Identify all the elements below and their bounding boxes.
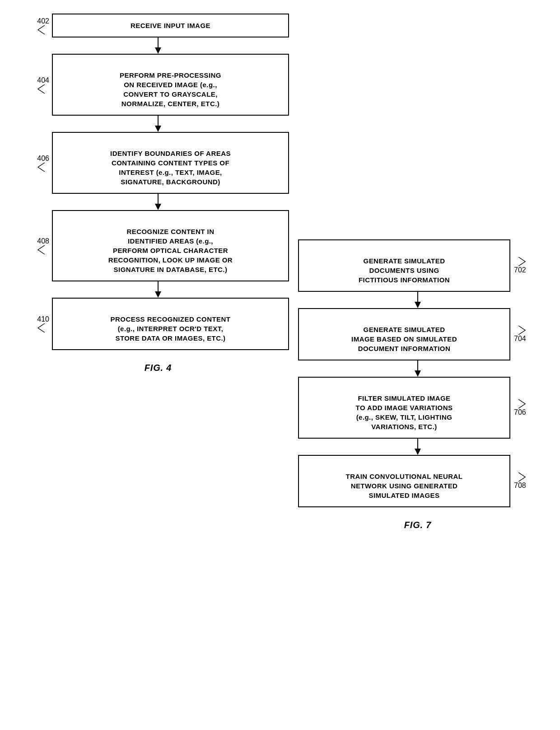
step-410-label: 410 bbox=[27, 298, 52, 350]
svg-marker-3 bbox=[155, 126, 161, 132]
step-402-row: 402 RECEIVE INPUT IMAGE bbox=[27, 14, 289, 37]
svg-marker-7 bbox=[155, 291, 161, 298]
step-402-content: RECEIVE INPUT IMAGE bbox=[52, 14, 289, 37]
svg-marker-11 bbox=[415, 370, 421, 377]
step-706-content: FILTER SIMULATED IMAGE TO ADD IMAGE VARI… bbox=[298, 377, 510, 439]
bracket-708 bbox=[514, 473, 527, 482]
bracket-702 bbox=[514, 257, 527, 266]
page-container: 402 RECEIVE INPUT IMAGE 404 bbox=[0, 0, 560, 730]
bracket-402 bbox=[36, 25, 49, 34]
step-408-label: 408 bbox=[27, 210, 52, 281]
step-404-label: 404 bbox=[27, 54, 52, 116]
bracket-704 bbox=[514, 326, 527, 335]
arrow-408-410 bbox=[27, 281, 289, 298]
step-702-label-col: 702 bbox=[510, 239, 537, 292]
step-704-row: GENERATE SIMULATED IMAGE BASED ON SIMULA… bbox=[298, 308, 537, 360]
step-410-content: PROCESS RECOGNIZED CONTENT (e.g., INTERP… bbox=[52, 298, 289, 350]
step-706-box: FILTER SIMULATED IMAGE TO ADD IMAGE VARI… bbox=[298, 377, 510, 439]
bracket-410 bbox=[36, 323, 49, 332]
step-402-label: 402 bbox=[27, 14, 52, 37]
bracket-408 bbox=[36, 245, 49, 254]
step-408-box: RECOGNIZE CONTENT IN IDENTIFIED AREAS (e… bbox=[52, 210, 289, 281]
svg-marker-5 bbox=[155, 204, 161, 210]
step-404-content: PERFORM PRE-PROCESSING ON RECEIVED IMAGE… bbox=[52, 54, 289, 116]
fig7-diagram: GENERATE SIMULATED DOCUMENTS USING FICTI… bbox=[298, 239, 537, 530]
svg-marker-13 bbox=[415, 449, 421, 455]
step-704-label-col: 704 bbox=[510, 308, 537, 360]
step-404-box: PERFORM PRE-PROCESSING ON RECEIVED IMAGE… bbox=[52, 54, 289, 116]
step-708-label-col: 708 bbox=[510, 455, 537, 507]
step-408-row: 408 RECOGNIZE CONTENT IN IDENTIFIED AREA… bbox=[27, 210, 289, 281]
fig4-diagram: 402 RECEIVE INPUT IMAGE 404 bbox=[27, 14, 289, 373]
bracket-404 bbox=[36, 84, 49, 94]
bracket-406 bbox=[36, 163, 49, 172]
bracket-706 bbox=[514, 399, 527, 408]
svg-marker-1 bbox=[155, 47, 161, 54]
step-406-content: IDENTIFY BOUNDARIES OF AREAS CONTAINING … bbox=[52, 132, 289, 194]
arrow-402-404 bbox=[27, 37, 289, 54]
step-404-row: 404 PERFORM PRE-PROCESSING ON RECEIVED I… bbox=[27, 54, 289, 116]
step-706-row: FILTER SIMULATED IMAGE TO ADD IMAGE VARI… bbox=[298, 377, 537, 439]
step-402-box: RECEIVE INPUT IMAGE bbox=[52, 14, 289, 37]
step-704-content: GENERATE SIMULATED IMAGE BASED ON SIMULA… bbox=[298, 308, 510, 360]
step-408-content: RECOGNIZE CONTENT IN IDENTIFIED AREAS (e… bbox=[52, 210, 289, 281]
step-708-box: TRAIN CONVOLUTIONAL NEURAL NETWORK USING… bbox=[298, 455, 510, 507]
step-704-box: GENERATE SIMULATED IMAGE BASED ON SIMULA… bbox=[298, 308, 510, 360]
svg-marker-9 bbox=[415, 302, 421, 308]
step-406-box: IDENTIFY BOUNDARIES OF AREAS CONTAINING … bbox=[52, 132, 289, 194]
step-708-content: TRAIN CONVOLUTIONAL NEURAL NETWORK USING… bbox=[298, 455, 510, 507]
step-702-row: GENERATE SIMULATED DOCUMENTS USING FICTI… bbox=[298, 239, 537, 292]
fig7-label: FIG. 7 bbox=[298, 520, 537, 530]
step-410-box: PROCESS RECOGNIZED CONTENT (e.g., INTERP… bbox=[52, 298, 289, 350]
step-702-box: GENERATE SIMULATED DOCUMENTS USING FICTI… bbox=[298, 239, 510, 292]
arrow-702-704 bbox=[298, 292, 537, 308]
step-406-label: 406 bbox=[27, 132, 52, 194]
arrow-404-406 bbox=[27, 116, 289, 132]
step-406-row: 406 IDENTIFY BOUNDARIES OF AREAS CONTAIN… bbox=[27, 132, 289, 194]
step-410-row: 410 PROCESS RECOGNIZED CONTENT (e.g., IN… bbox=[27, 298, 289, 350]
arrow-406-408 bbox=[27, 194, 289, 210]
arrow-706-708 bbox=[298, 439, 537, 455]
fig4-label: FIG. 4 bbox=[27, 363, 289, 373]
step-706-label-col: 706 bbox=[510, 377, 537, 439]
step-702-content: GENERATE SIMULATED DOCUMENTS USING FICTI… bbox=[298, 239, 510, 292]
arrow-704-706 bbox=[298, 360, 537, 377]
step-708-row: TRAIN CONVOLUTIONAL NEURAL NETWORK USING… bbox=[298, 455, 537, 507]
